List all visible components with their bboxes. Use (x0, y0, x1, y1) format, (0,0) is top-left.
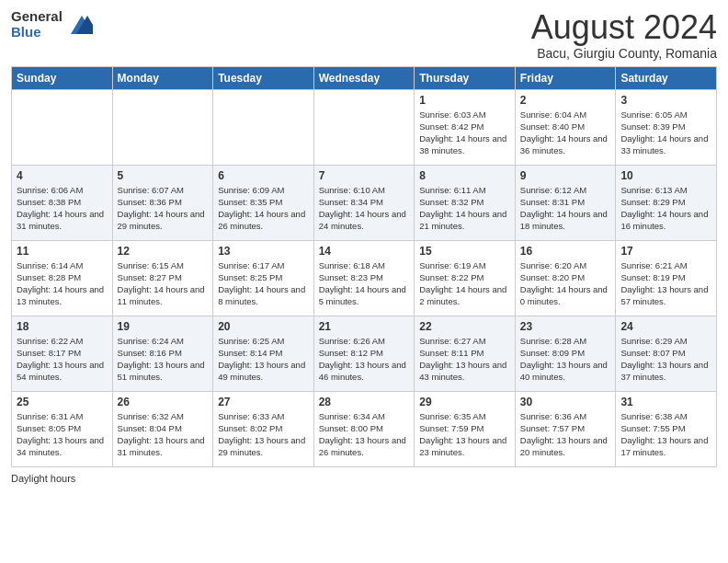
location-subtitle: Bacu, Giurgiu County, Romania (531, 46, 717, 61)
day-number: 22 (419, 320, 510, 333)
day-info: Sunrise: 6:20 AMSunset: 8:20 PMDaylight:… (520, 259, 611, 308)
day-info: Sunrise: 6:33 AMSunset: 8:02 PMDaylight:… (218, 410, 309, 459)
day-info: Sunrise: 6:06 AMSunset: 8:38 PMDaylight:… (17, 184, 108, 233)
table-row: 16Sunrise: 6:20 AMSunset: 8:20 PMDayligh… (515, 240, 616, 316)
header: General Blue August 2024 Bacu, Giurgiu C… (11, 9, 717, 61)
day-info: Sunrise: 6:32 AMSunset: 8:04 PMDaylight:… (118, 410, 209, 459)
table-row: 27Sunrise: 6:33 AMSunset: 8:02 PMDayligh… (213, 391, 314, 466)
table-row (213, 89, 314, 165)
day-number: 12 (118, 245, 209, 258)
day-info: Sunrise: 6:38 AMSunset: 7:55 PMDaylight:… (620, 410, 711, 459)
table-row: 29Sunrise: 6:35 AMSunset: 7:59 PMDayligh… (415, 391, 516, 466)
day-number: 17 (620, 245, 711, 258)
col-saturday: Saturday (616, 66, 717, 89)
table-row: 26Sunrise: 6:32 AMSunset: 8:04 PMDayligh… (112, 391, 213, 466)
day-info: Sunrise: 6:14 AMSunset: 8:28 PMDaylight:… (17, 259, 108, 308)
day-number: 4 (17, 169, 108, 182)
table-row: 30Sunrise: 6:36 AMSunset: 7:57 PMDayligh… (515, 391, 616, 466)
day-number: 10 (620, 169, 711, 182)
day-number: 2 (520, 94, 611, 107)
logo-icon (67, 12, 93, 38)
month-title: August 2024 (531, 9, 717, 46)
day-info: Sunrise: 6:05 AMSunset: 8:39 PMDaylight:… (620, 109, 711, 157)
day-info: Sunrise: 6:31 AMSunset: 8:05 PMDaylight:… (17, 410, 108, 459)
calendar-week-row: 11Sunrise: 6:14 AMSunset: 8:28 PMDayligh… (12, 240, 717, 316)
table-row (12, 89, 113, 165)
day-number: 6 (218, 169, 309, 182)
day-info: Sunrise: 6:24 AMSunset: 8:16 PMDaylight:… (118, 335, 209, 384)
logo-general: General (11, 9, 63, 25)
col-sunday: Sunday (12, 66, 113, 89)
day-number: 1 (419, 94, 510, 107)
table-row: 4Sunrise: 6:06 AMSunset: 8:38 PMDaylight… (12, 165, 113, 240)
day-info: Sunrise: 6:09 AMSunset: 8:35 PMDaylight:… (218, 184, 309, 233)
logo-blue: Blue (11, 25, 63, 40)
day-info: Sunrise: 6:13 AMSunset: 8:29 PMDaylight:… (620, 184, 711, 233)
calendar-table: Sunday Monday Tuesday Wednesday Thursday… (11, 66, 717, 467)
table-row (112, 89, 213, 165)
day-number: 9 (520, 169, 611, 182)
day-info: Sunrise: 6:27 AMSunset: 8:11 PMDaylight:… (419, 335, 510, 384)
logo: General Blue (11, 9, 93, 40)
table-row: 23Sunrise: 6:28 AMSunset: 8:09 PMDayligh… (515, 316, 616, 391)
table-row: 24Sunrise: 6:29 AMSunset: 8:07 PMDayligh… (616, 316, 717, 391)
calendar-week-row: 1Sunrise: 6:03 AMSunset: 8:42 PMDaylight… (12, 89, 717, 165)
table-row (313, 89, 415, 165)
table-row: 15Sunrise: 6:19 AMSunset: 8:22 PMDayligh… (415, 240, 516, 316)
table-row: 28Sunrise: 6:34 AMSunset: 8:00 PMDayligh… (313, 391, 415, 466)
table-row: 2Sunrise: 6:04 AMSunset: 8:40 PMDaylight… (515, 89, 616, 165)
day-info: Sunrise: 6:19 AMSunset: 8:22 PMDaylight:… (419, 259, 510, 308)
logo-text: General Blue (11, 9, 63, 40)
title-area: August 2024 Bacu, Giurgiu County, Romani… (531, 9, 717, 61)
day-info: Sunrise: 6:07 AMSunset: 8:36 PMDaylight:… (118, 184, 209, 233)
calendar-week-row: 18Sunrise: 6:22 AMSunset: 8:17 PMDayligh… (12, 316, 717, 391)
table-row: 10Sunrise: 6:13 AMSunset: 8:29 PMDayligh… (616, 165, 717, 240)
day-number: 24 (620, 320, 711, 333)
day-number: 8 (419, 169, 510, 182)
day-info: Sunrise: 6:11 AMSunset: 8:32 PMDaylight:… (419, 184, 510, 233)
day-number: 27 (218, 396, 309, 408)
table-row: 22Sunrise: 6:27 AMSunset: 8:11 PMDayligh… (415, 316, 516, 391)
calendar-week-row: 25Sunrise: 6:31 AMSunset: 8:05 PMDayligh… (12, 391, 717, 466)
calendar-header-row: Sunday Monday Tuesday Wednesday Thursday… (12, 66, 717, 89)
day-info: Sunrise: 6:03 AMSunset: 8:42 PMDaylight:… (419, 109, 510, 157)
day-number: 30 (520, 396, 611, 408)
day-number: 28 (319, 396, 410, 408)
day-info: Sunrise: 6:17 AMSunset: 8:25 PMDaylight:… (218, 259, 309, 308)
table-row: 31Sunrise: 6:38 AMSunset: 7:55 PMDayligh… (616, 391, 717, 466)
calendar-week-row: 4Sunrise: 6:06 AMSunset: 8:38 PMDaylight… (12, 165, 717, 240)
table-row: 5Sunrise: 6:07 AMSunset: 8:36 PMDaylight… (112, 165, 213, 240)
day-info: Sunrise: 6:25 AMSunset: 8:14 PMDaylight:… (218, 335, 309, 384)
day-info: Sunrise: 6:21 AMSunset: 8:19 PMDaylight:… (620, 259, 711, 308)
day-info: Sunrise: 6:34 AMSunset: 8:00 PMDaylight:… (319, 410, 410, 459)
day-info: Sunrise: 6:04 AMSunset: 8:40 PMDaylight:… (520, 109, 611, 157)
day-number: 3 (620, 94, 711, 107)
day-number: 18 (17, 320, 108, 333)
day-info: Sunrise: 6:12 AMSunset: 8:31 PMDaylight:… (520, 184, 611, 233)
col-wednesday: Wednesday (313, 66, 415, 89)
col-monday: Monday (112, 66, 213, 89)
table-row: 17Sunrise: 6:21 AMSunset: 8:19 PMDayligh… (616, 240, 717, 316)
table-row: 6Sunrise: 6:09 AMSunset: 8:35 PMDaylight… (213, 165, 314, 240)
day-number: 5 (118, 169, 209, 182)
table-row: 20Sunrise: 6:25 AMSunset: 8:14 PMDayligh… (213, 316, 314, 391)
day-number: 21 (319, 320, 410, 333)
day-info: Sunrise: 6:18 AMSunset: 8:23 PMDaylight:… (319, 259, 410, 308)
day-number: 25 (17, 396, 108, 408)
day-number: 16 (520, 245, 611, 258)
day-number: 23 (520, 320, 611, 333)
table-row: 3Sunrise: 6:05 AMSunset: 8:39 PMDaylight… (616, 89, 717, 165)
day-info: Sunrise: 6:36 AMSunset: 7:57 PMDaylight:… (520, 410, 611, 459)
table-row: 14Sunrise: 6:18 AMSunset: 8:23 PMDayligh… (313, 240, 415, 316)
table-row: 1Sunrise: 6:03 AMSunset: 8:42 PMDaylight… (415, 89, 516, 165)
day-number: 15 (419, 245, 510, 258)
col-tuesday: Tuesday (213, 66, 314, 89)
table-row: 9Sunrise: 6:12 AMSunset: 8:31 PMDaylight… (515, 165, 616, 240)
day-number: 7 (319, 169, 410, 182)
daylight-hours-label: Daylight hours (11, 473, 75, 484)
table-row: 18Sunrise: 6:22 AMSunset: 8:17 PMDayligh… (12, 316, 113, 391)
day-info: Sunrise: 6:26 AMSunset: 8:12 PMDaylight:… (319, 335, 410, 384)
day-number: 19 (118, 320, 209, 333)
table-row: 21Sunrise: 6:26 AMSunset: 8:12 PMDayligh… (313, 316, 415, 391)
table-row: 25Sunrise: 6:31 AMSunset: 8:05 PMDayligh… (12, 391, 113, 466)
